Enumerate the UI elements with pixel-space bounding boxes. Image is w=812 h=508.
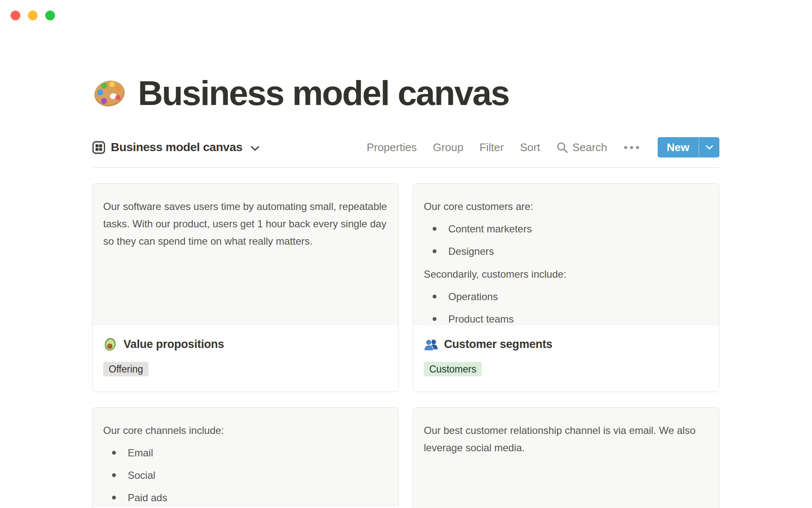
preview-list-item: Content marketers (424, 221, 709, 237)
avocado-icon (103, 337, 117, 351)
search-button[interactable]: Search (556, 141, 607, 154)
view-selector[interactable]: Business model canvas (92, 141, 260, 154)
group-label: Group (433, 141, 463, 154)
search-label: Search (572, 141, 607, 154)
preview-list-item: Paid ads (103, 489, 388, 506)
view-title: Business model canvas (111, 141, 242, 154)
properties-label: Properties (367, 141, 417, 154)
card-value-propositions[interactable]: Our software saves users time by automat… (92, 183, 399, 392)
tag-offering: Offering (103, 362, 148, 376)
chevron-down-icon (705, 145, 713, 150)
card-title: Value propositions (123, 338, 224, 351)
window-controls (11, 11, 55, 20)
card-customer-segments[interactable]: Our core customers are: Content marketer… (413, 183, 719, 392)
card-footer (93, 506, 398, 508)
group-button[interactable]: Group (433, 141, 463, 154)
page-title: Business model canvas (138, 73, 509, 113)
preview-list-item: Designers (424, 243, 709, 260)
bullet-icon (433, 249, 436, 253)
toolbar-actions: Properties Group Filter Sort Search New (367, 137, 719, 157)
sort-label: Sort (520, 141, 540, 154)
card-preview: Our core channels include: Email Social … (93, 408, 398, 506)
card-preview: Our best customer relationship channel i… (413, 408, 719, 508)
busts-in-silhouette-icon (424, 337, 438, 351)
chevron-down-icon (250, 146, 260, 151)
page-content: Business model canvas Business model can… (92, 0, 719, 508)
sort-button[interactable]: Sort (520, 141, 540, 154)
properties-button[interactable]: Properties (367, 141, 417, 154)
page-header: Business model canvas (92, 0, 719, 113)
preview-paragraph: Our best customer relationship channel i… (424, 422, 709, 456)
search-icon (556, 141, 568, 154)
zoom-window-button[interactable] (45, 11, 55, 20)
preview-list-item: Social (103, 467, 388, 484)
preview-list-item: Email (103, 444, 388, 461)
toolbar-divider (92, 167, 719, 168)
card-title: Customer segments (444, 338, 552, 351)
view-toolbar: Business model canvas Properties Group F… (92, 137, 719, 157)
preview-list-item: Product teams (424, 311, 709, 325)
preview-paragraph: Secondarily, customers include: (424, 265, 709, 283)
card-preview: Our software saves users time by automat… (93, 184, 398, 325)
gallery-view-icon (92, 141, 105, 154)
new-button[interactable]: New (658, 137, 699, 157)
new-button-group: New (658, 137, 719, 157)
card-customer-relationships[interactable]: Our best customer relationship channel i… (413, 407, 719, 508)
bullet-icon (112, 473, 116, 477)
new-dropdown-button[interactable] (699, 137, 719, 157)
gallery-view: Our software saves users time by automat… (92, 183, 719, 508)
bullet-icon (433, 295, 436, 298)
more-options-icon[interactable] (623, 146, 640, 149)
card-footer: Customer segments Customers (413, 325, 719, 392)
preview-paragraph: Our core customers are: (424, 198, 709, 215)
artist-palette-icon (92, 77, 127, 109)
tag-customers: Customers (424, 362, 482, 376)
preview-paragraph: Our software saves users time by automat… (103, 198, 388, 250)
minimize-window-button[interactable] (28, 11, 38, 20)
bullet-icon (433, 227, 436, 231)
card-preview: Our core customers are: Content marketer… (413, 184, 719, 325)
card-footer: Value propositions Offering (93, 325, 398, 392)
bullet-icon (112, 451, 116, 455)
bullet-icon (433, 317, 436, 321)
filter-label: Filter (480, 141, 504, 154)
bullet-icon (112, 496, 116, 500)
close-window-button[interactable] (11, 11, 20, 20)
filter-button[interactable]: Filter (480, 141, 504, 154)
preview-list-item: Operations (424, 288, 709, 305)
card-channels[interactable]: Our core channels include: Email Social … (92, 407, 399, 508)
preview-paragraph: Our core channels include: (103, 422, 388, 439)
